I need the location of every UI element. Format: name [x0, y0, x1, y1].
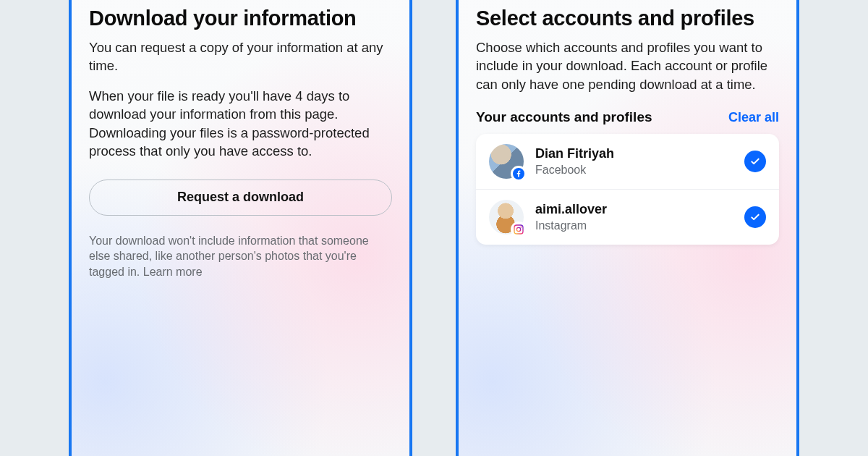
- facebook-badge-icon: [511, 166, 527, 182]
- fine-print-text: Your download won't include information …: [89, 235, 369, 278]
- download-info-panel: Download your information You can reques…: [69, 0, 412, 456]
- check-icon: [749, 156, 761, 167]
- stage: Download your information You can reques…: [0, 0, 868, 456]
- svg-point-2: [520, 227, 522, 228]
- avatar: [489, 144, 524, 179]
- svg-rect-0: [514, 225, 523, 234]
- fine-print: Your download won't include information …: [89, 233, 392, 280]
- account-platform: Instagram: [535, 219, 733, 233]
- intro-paragraph-2: When your file is ready you'll have 4 da…: [89, 87, 392, 161]
- clear-all-link[interactable]: Clear all: [728, 110, 779, 125]
- account-row[interactable]: aimi.allover Instagram: [476, 189, 779, 245]
- request-download-button[interactable]: Request a download: [89, 180, 392, 216]
- account-name: aimi.allover: [535, 202, 733, 218]
- intro-paragraph: Choose which accounts and profiles you w…: [476, 38, 779, 94]
- accounts-card: Dian Fitriyah Facebook aimi.allover: [476, 134, 779, 245]
- account-name: Dian Fitriyah: [535, 146, 733, 162]
- learn-more-link[interactable]: Learn more: [143, 266, 203, 278]
- account-selected-checkbox[interactable]: [744, 151, 766, 172]
- account-platform: Facebook: [535, 163, 733, 177]
- check-icon: [749, 211, 761, 223]
- svg-point-1: [516, 228, 520, 232]
- account-row[interactable]: Dian Fitriyah Facebook: [476, 134, 779, 189]
- page-title: Select accounts and profiles: [476, 6, 779, 31]
- page-title: Download your information: [89, 6, 392, 31]
- account-text: aimi.allover Instagram: [535, 202, 733, 234]
- accounts-section-label: Your accounts and profiles: [476, 109, 652, 125]
- accounts-section-header: Your accounts and profiles Clear all: [476, 109, 779, 125]
- account-selected-checkbox[interactable]: [744, 206, 766, 228]
- select-accounts-panel: Select accounts and profiles Choose whic…: [456, 0, 799, 456]
- instagram-badge-icon: [511, 221, 527, 237]
- intro-paragraph-1: You can request a copy of your informati…: [89, 38, 392, 75]
- account-text: Dian Fitriyah Facebook: [535, 146, 733, 178]
- avatar: [489, 200, 524, 235]
